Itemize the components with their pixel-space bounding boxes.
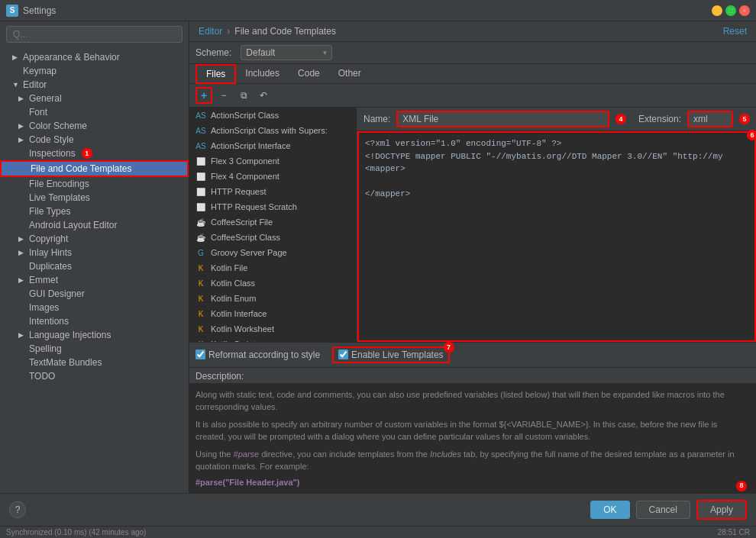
arrow-icon: ▶: [18, 276, 26, 284]
template-list: AS ActionScript Class AS ActionScript Cl…: [189, 108, 357, 342]
sidebar-item-appearance[interactable]: ▶ Appearance & Behavior: [0, 50, 189, 64]
remove-template-button[interactable]: −: [215, 89, 232, 102]
tab-code[interactable]: Code: [289, 64, 329, 84]
settings-dialog: ▶ Appearance & Behavior Keymap ▼ Editor …: [0, 21, 756, 538]
tpl-actionscript-class[interactable]: AS ActionScript Class: [189, 108, 357, 123]
breadcrumb-part1: Editor: [199, 26, 222, 37]
extension-input[interactable]: [687, 111, 733, 127]
scheme-toolbar: Scheme: Default Project ▼: [189, 42, 756, 64]
desc-example: #parse("File Header.java") 8: [195, 476, 750, 489]
sidebar-item-livetemplates[interactable]: Live Templates: [0, 191, 189, 205]
tab-includes[interactable]: Includes: [236, 64, 289, 84]
file-icon: ⬜: [195, 186, 206, 197]
tpl-kotlin-worksheet[interactable]: K Kotlin Worksheet: [189, 321, 357, 337]
tpl-groovy[interactable]: G Groovy Server Page: [189, 245, 357, 260]
minimize-button[interactable]: −: [712, 5, 722, 16]
tabs-bar: Files Includes Code Other: [189, 64, 756, 84]
sidebar-item-editor[interactable]: ▼ Editor: [0, 78, 189, 92]
sidebar-item-languageinjections[interactable]: ▶ Language Injections: [0, 328, 189, 342]
scheme-select[interactable]: Default Project: [241, 45, 332, 60]
name-input[interactable]: [396, 111, 609, 127]
arrow-icon: ▶: [18, 235, 26, 243]
tpl-coffeescript-file[interactable]: ☕ CoffeeScript File: [189, 214, 357, 230]
desc-text1: Along with static text, code and comment…: [195, 388, 750, 414]
search-input[interactable]: [6, 26, 183, 43]
sidebar-item-androidlayouteditor[interactable]: Android Layout Editor: [0, 218, 189, 232]
enable-live-templates-checkbox[interactable]: [338, 350, 348, 359]
reset-button[interactable]: Reset: [723, 26, 747, 37]
file-icon: ⬜: [195, 156, 206, 166]
sidebar-item-general[interactable]: ▶ General: [0, 92, 189, 105]
annotation-6: 6: [747, 130, 756, 140]
editor-area: Name: 4 Extension: 5 6 <?xml version="1.…: [357, 108, 756, 342]
extension-label: Extension:: [638, 114, 681, 124]
tpl-flex3[interactable]: ⬜ Flex 3 Component: [189, 153, 357, 169]
ok-button[interactable]: OK: [590, 501, 629, 519]
sidebar-item-emmet[interactable]: ▶ Emmet: [0, 273, 189, 287]
add-template-button[interactable]: +: [195, 87, 212, 104]
enable-live-templates-label-text: Enable Live Templates: [351, 350, 444, 360]
title-bar-controls: − □ ×: [712, 5, 750, 16]
sidebar-item-fileandcodetemplates[interactable]: File and Code Templates: [0, 160, 189, 177]
sidebar-item-codestyle[interactable]: ▶ Code Style: [0, 133, 189, 147]
reformat-checkbox-label[interactable]: Reformat according to style: [195, 350, 320, 360]
title-bar: S Settings − □ ×: [0, 0, 756, 21]
file-icon: ☕: [195, 232, 206, 243]
tab-files[interactable]: Files: [195, 64, 236, 84]
breadcrumb-part2: File and Code Templates: [234, 26, 336, 37]
enable-live-templates-label[interactable]: Enable Live Templates 7: [332, 346, 450, 363]
tpl-flex4[interactable]: ⬜ Flex 4 Component: [189, 169, 357, 184]
sidebar-item-inlayhints[interactable]: ▶ Inlay Hints: [0, 246, 189, 259]
code-editor[interactable]: <?xml version="1.0" encoding="UTF-8" ?> …: [357, 131, 756, 342]
status-bar: Synchronized (0.10 ms) (42 minutes ago) …: [0, 526, 756, 538]
sidebar-item-fileencodings[interactable]: File Encodings: [0, 177, 189, 191]
tpl-actionscript-class-super[interactable]: AS ActionScript Class with Supers:: [189, 123, 357, 138]
tpl-http-request[interactable]: ⬜ HTTP Request: [189, 184, 357, 199]
footer-left: ?: [9, 501, 26, 518]
sidebar-item-inspections[interactable]: Inspections 1: [0, 147, 189, 160]
tpl-kotlin-class[interactable]: K Kotlin Class: [189, 275, 357, 291]
sidebar-item-spelling[interactable]: Spelling: [0, 342, 189, 356]
revert-template-button[interactable]: ↶: [255, 89, 272, 102]
tpl-coffeescript-class[interactable]: ☕ CoffeeScript Class: [189, 230, 357, 245]
sidebar-item-filetypes[interactable]: File Types: [0, 205, 189, 218]
app-icon: S: [6, 5, 18, 17]
cancel-button[interactable]: Cancel: [636, 501, 690, 519]
sidebar-item-font[interactable]: Font: [0, 105, 189, 119]
reformat-checkbox[interactable]: [195, 350, 205, 359]
tpl-actionscript-interface[interactable]: AS ActionScript Interface: [189, 138, 357, 153]
arrow-icon: ▼: [12, 81, 20, 89]
maximize-button[interactable]: □: [725, 5, 736, 16]
template-toolbar: + − ⧉ ↶: [189, 84, 756, 108]
arrow-icon: ▶: [18, 249, 26, 256]
file-icon: ⬜: [195, 171, 206, 182]
annotation-7: 7: [444, 342, 454, 353]
apply-button[interactable]: Apply: [696, 500, 747, 520]
file-icon: ☕: [195, 217, 206, 227]
tab-other[interactable]: Other: [329, 64, 370, 84]
title-bar-text: Settings: [23, 5, 712, 16]
close-button[interactable]: ×: [739, 5, 750, 16]
tpl-kotlin-interface[interactable]: K Kotlin Interface: [189, 306, 357, 321]
arrow-icon: ▶: [18, 331, 26, 339]
sidebar-item-copyright[interactable]: ▶ Copyright: [0, 232, 189, 246]
help-button[interactable]: ?: [9, 501, 26, 518]
file-icon: K: [195, 308, 206, 319]
tpl-kotlin-enum[interactable]: K Kotlin Enum: [189, 291, 357, 306]
sidebar-item-duplicates[interactable]: Duplicates: [0, 259, 189, 273]
sidebar-item-keymap[interactable]: Keymap: [0, 64, 189, 78]
file-icon: K: [195, 278, 206, 288]
sidebar-item-todo[interactable]: TODO: [0, 369, 189, 383]
copy-template-button[interactable]: ⧉: [235, 89, 252, 102]
tpl-kotlin-file[interactable]: K Kotlin File: [189, 260, 357, 275]
file-icon: ⬜: [195, 201, 206, 212]
sidebar-item-intentions[interactable]: Intentions: [0, 314, 189, 328]
sidebar-item-colorscheme[interactable]: ▶ Color Scheme: [0, 119, 189, 133]
tpl-http-request-scratch[interactable]: ⬜ HTTP Request Scratch: [189, 199, 357, 214]
sidebar-item-images[interactable]: Images: [0, 301, 189, 314]
arrow-icon: ▶: [18, 122, 26, 130]
right-header: Editor › File and Code Templates Reset: [189, 21, 756, 42]
sidebar-item-guidesigner[interactable]: GUI Designer: [0, 287, 189, 301]
status-left: Synchronized (0.10 ms) (42 minutes ago): [6, 528, 146, 536]
sidebar-item-textmatebundles[interactable]: TextMate Bundles: [0, 356, 189, 369]
